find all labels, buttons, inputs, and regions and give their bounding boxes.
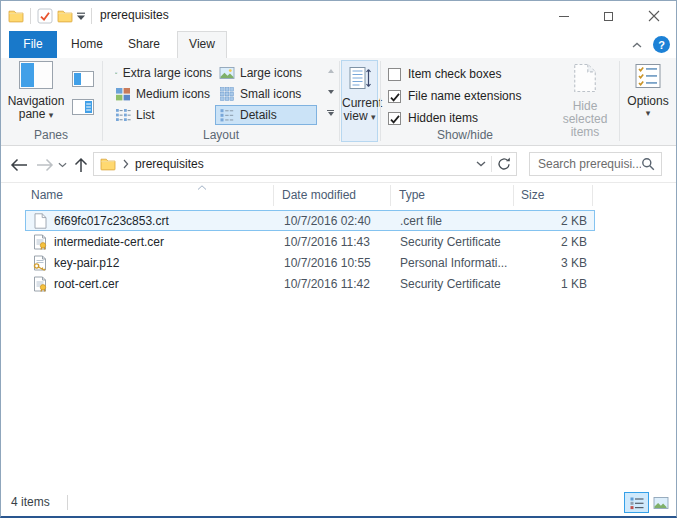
layout-large-icons[interactable]: Large icons [215,63,317,83]
group-separator [619,61,620,141]
column-separator[interactable] [390,185,391,206]
layout-small-icons[interactable]: Small icons [215,84,317,104]
file-icon [32,255,48,271]
item-check-boxes-checkbox[interactable]: Item check boxes [388,66,501,82]
checkbox [388,90,401,103]
navigation-pane-icon [19,61,53,89]
minimize-button[interactable] [541,1,586,31]
table-row[interactable]: intermediate-cert.cer 10/7/2016 11:43 Se… [25,231,595,252]
file-size: 1 KB [561,274,587,295]
up-button[interactable] [69,155,93,175]
file-icon [32,276,48,292]
address-dropdown-button[interactable] [471,153,491,175]
new-folder-button[interactable] [55,7,75,25]
file-date-modified: 10/7/2016 10:55 [284,253,371,274]
options-button[interactable]: Options ▾ [625,61,671,118]
back-arrow-icon [10,158,28,172]
tab-file[interactable]: File [9,31,57,58]
search-input[interactable]: Search prerequisi... [529,152,662,176]
file-icon [32,213,48,229]
ribbon: Navigation pane ▾ Panes Extra large icon… [1,58,676,146]
preview-pane-button[interactable] [70,68,96,90]
column-header-date-modified[interactable]: Date modified [282,183,356,208]
checkbox [388,68,401,81]
table-row[interactable]: key-pair.p12 10/7/2016 10:55 Personal In… [25,252,595,273]
tab-view[interactable]: View [177,31,227,58]
grid-icon [115,86,131,102]
triangle-up-icon [328,69,334,73]
navigation-pane-button[interactable]: Navigation pane ▾ [7,61,65,122]
window-title: prerequisites [100,8,169,22]
details-view-toggle[interactable] [624,492,649,513]
options-caret: ▾ [625,108,671,118]
back-button[interactable] [7,155,31,175]
thumbnails-view-toggle[interactable] [648,492,673,513]
column-header-name[interactable]: Name [31,183,63,208]
chevron-down-icon [476,161,486,167]
file-type: Security Certificate [400,232,501,253]
preview-pane-icon [72,71,94,87]
tab-share[interactable]: Share [117,31,171,58]
showhide-group-label: Show/hide [381,128,549,142]
file-size: 2 KB [561,232,587,253]
layout-medium-icons[interactable]: Medium icons [111,84,213,104]
triangle-down-icon [328,112,334,116]
table-row[interactable]: 6f69fc017c23c853.crt 10/7/2016 02:40 .ce… [25,210,595,231]
forward-arrow-icon [36,158,54,172]
layout-scroll-up-button[interactable] [324,64,337,78]
current-view-label: Current view ▾ [342,97,377,124]
column-header-size[interactable]: Size [521,183,544,208]
help-button[interactable]: ? [653,36,670,53]
current-view-button[interactable]: Current view ▾ [341,60,378,142]
forward-button[interactable] [33,155,57,175]
file-type: Personal Informati... [400,253,507,274]
picture-icon [115,65,118,81]
layout-scroll-down-button[interactable] [324,85,337,99]
column-separator[interactable] [273,185,274,206]
column-separator[interactable] [592,185,593,206]
checkbox [388,112,401,125]
layout-more-button[interactable] [324,106,337,120]
layout-extra-large-icons[interactable]: Extra large icons [111,63,213,83]
column-header-type[interactable]: Type [399,183,425,208]
address-bar[interactable]: prerequisites [93,152,517,176]
close-button[interactable] [631,1,676,31]
up-arrow-icon [74,157,88,173]
minimize-icon [559,16,569,17]
details-pane-button[interactable] [70,96,96,118]
layout-list[interactable]: List [111,105,213,125]
folder-icon [100,156,116,172]
maximize-button[interactable] [586,1,631,31]
customize-qat-icon[interactable] [75,7,87,25]
refresh-button[interactable] [492,153,516,175]
hide-selected-label: Hide selected items [553,100,617,139]
file-size: 2 KB [561,211,587,232]
file-name: 6f69fc017c23c853.crt [54,211,169,232]
item-count: 4 items [11,490,50,516]
hide-selected-items-button: Hide selected items [553,61,617,139]
minimize-ribbon-button[interactable] [629,37,645,53]
table-row[interactable]: root-cert.cer 10/7/2016 11:42 Security C… [25,273,595,294]
tab-home[interactable]: Home [63,31,111,58]
picture-icon [219,65,235,81]
check-icon [390,115,400,124]
layout-details[interactable]: Details [215,105,317,125]
caption-buttons [541,1,676,31]
layout-group-label: Layout [103,128,339,142]
column-separator[interactable] [513,185,514,206]
options-label: Options [625,95,671,108]
breadcrumb[interactable]: prerequisites [135,157,204,171]
properties-button[interactable] [35,7,55,25]
address-bar-controls [471,153,516,175]
recent-locations-button[interactable] [55,155,69,175]
file-name-extensions-checkbox[interactable]: File name extensions [388,88,521,104]
current-view-icon [349,66,371,90]
search-placeholder: Search prerequisi... [538,157,641,171]
file-date-modified: 10/7/2016 11:42 [284,274,370,295]
breadcrumb-chevron-icon [123,159,129,169]
check-icon [390,93,400,102]
hidden-items-checkbox[interactable]: Hidden items [388,110,478,126]
file-rows: 6f69fc017c23c853.crt 10/7/2016 02:40 .ce… [1,210,676,294]
app-folder-icon [6,7,26,25]
qat-separator [30,8,31,24]
